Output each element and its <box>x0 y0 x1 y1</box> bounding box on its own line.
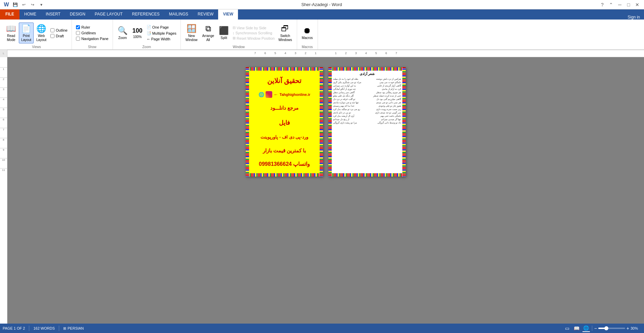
draft-check-input[interactable] <box>50 34 54 38</box>
show-buttons: Ruler Gridlines Navigation Pane <box>75 21 110 45</box>
zoom-options-stack: 📄 One Page 📑 Multiple Pages ↔ Page Width <box>145 24 178 42</box>
minimize-button[interactable]: ─ <box>616 1 624 8</box>
arrow-icon: ← <box>274 92 278 97</box>
v-ruler-mark: 3 <box>0 87 7 98</box>
web-view-status-button[interactable]: 🌐 <box>582 325 590 332</box>
macros-button[interactable]: ⏺ Macros <box>300 25 315 41</box>
v-ruler-mark: 9 <box>0 148 7 158</box>
print-layout-status-button[interactable]: ▭ <box>564 325 571 332</box>
synchronous-scrolling-label: Synchronous Scrolling <box>236 31 272 35</box>
close-button[interactable]: ✕ <box>633 1 641 8</box>
draft-checkbox[interactable]: Draft <box>49 33 69 39</box>
window-buttons: 🪟 New Window ⧉ Arrange All ⬛ Split ⊟ Vie… <box>184 21 294 45</box>
horizontal-ruler: 76543211234567 <box>7 50 644 57</box>
web-layout-label: Web Layout <box>36 34 46 42</box>
ruler-mark: 1 <box>335 51 336 55</box>
ad-title: تحقیق آنلاین <box>267 77 302 85</box>
page-width-button[interactable]: ↔ Page Width <box>145 36 178 42</box>
ribbon-group-zoom: 🔍 Zoom 100 100% 📄 One Page 📑 Multiple Pa… <box>113 20 181 49</box>
switch-windows-icon: 🗗 <box>281 24 289 33</box>
statusbar-right: ▭ 📖 🌐 − + 30% <box>564 325 641 332</box>
zoom-plus-button[interactable]: + <box>627 326 629 331</box>
redo-button[interactable]: ↪ <box>29 1 36 8</box>
zoom-100-button[interactable]: 100 100% <box>130 26 145 40</box>
tab-home[interactable]: HOME <box>19 9 41 20</box>
zoom-thumb[interactable] <box>604 326 608 330</box>
print-layout-button[interactable]: 📄 Print Layout <box>19 23 34 43</box>
one-page-icon: 📄 <box>147 25 151 29</box>
help-button[interactable]: ? <box>598 1 606 8</box>
gridlines-checkbox[interactable]: Gridlines <box>75 30 110 36</box>
v-ruler-mark: 11 <box>0 168 7 178</box>
page-info[interactable]: PAGE 1 OF 2 <box>3 326 25 330</box>
save-button[interactable]: 💾 <box>11 1 19 8</box>
page1-inner: تحقیق آنلاین Tahghighonline.ir ← 🌐 مرجع … <box>249 71 320 173</box>
zoom-minus-button[interactable]: − <box>594 326 597 331</box>
multiple-pages-button[interactable]: 📑 Multiple Pages <box>145 30 178 36</box>
navpane-checkbox[interactable]: Navigation Pane <box>75 36 110 41</box>
word-icon: W <box>3 1 10 8</box>
status-sep-3 <box>592 326 592 331</box>
poem-title: شعر آزادی <box>333 72 401 76</box>
v-ruler-mark: 4 <box>0 98 7 108</box>
navpane-check-input[interactable] <box>76 37 80 41</box>
status-sep-1 <box>29 326 29 331</box>
new-window-button[interactable]: 🪟 New Window <box>184 23 200 43</box>
ruler-mark: 5 <box>375 51 377 55</box>
split-button[interactable]: ⬛ Split <box>217 25 231 41</box>
zoom-level[interactable]: 30% <box>631 326 641 330</box>
zoom-bar[interactable] <box>598 328 625 329</box>
language-info[interactable]: ⊞ PERSIAN <box>63 326 84 331</box>
ruler-label: Ruler <box>81 25 90 29</box>
tab-mailings[interactable]: MAILINGS <box>164 9 193 20</box>
navpane-label: Navigation Pane <box>81 37 109 41</box>
print-layout-label: Print Layout <box>21 34 31 42</box>
reset-window-icon: ⊞ <box>233 36 236 40</box>
read-mode-status-button[interactable]: 📖 <box>573 325 580 332</box>
tab-design[interactable]: DESIGN <box>65 9 90 20</box>
poem-line: می گویی تو چه میدی داریدو پی در دلم باند… <box>333 111 401 114</box>
tab-page-layout[interactable]: PAGE LAYOUT <box>90 9 127 20</box>
word-count[interactable]: 162 WORDS <box>33 326 55 330</box>
web-layout-button[interactable]: 🌐 Web Layout <box>34 23 48 43</box>
content-area[interactable]: تحقیق آنلاین Tahghighonline.ir ← 🌐 مرجع … <box>7 57 644 324</box>
tab-view[interactable]: VIEW <box>218 9 238 20</box>
ribbon-toggle-button[interactable]: ⌃ <box>607 1 615 8</box>
one-page-button[interactable]: 📄 One Page <box>145 24 178 30</box>
show-stack: Ruler Gridlines Navigation Pane <box>75 25 110 41</box>
tab-review[interactable]: REVIEW <box>193 9 218 20</box>
tab-insert[interactable]: INSERT <box>41 9 65 20</box>
synchronous-scrolling-button[interactable]: ↕ Synchronous Scrolling <box>232 31 276 35</box>
outline-check-input[interactable] <box>50 28 54 32</box>
switch-windows-button[interactable]: 🗗 Switch Windows <box>276 23 294 43</box>
ruler-mark: 7 <box>395 51 397 55</box>
zoom-button[interactable]: 🔍 Zoom <box>116 25 130 41</box>
titlebar-controls: ? ⌃ ─ □ ✕ <box>598 1 641 8</box>
restore-button[interactable]: □ <box>625 1 633 8</box>
reset-window-position-button[interactable]: ⊞ Reset Window Position <box>232 36 276 41</box>
page-1: تحقیق آنلاین Tahghighonline.ir ← 🌐 مرجع … <box>246 67 323 177</box>
multiple-pages-label: Multiple Pages <box>152 31 176 35</box>
zoom-slider-area: − + 30% <box>594 326 641 331</box>
tab-file[interactable]: FILE <box>0 9 19 20</box>
ribbon-group-views: 📖 Read Mode 📄 Print Layout 🌐 Web Layout … <box>1 20 72 49</box>
read-mode-button[interactable]: 📖 Read Mode <box>4 23 18 43</box>
undo-button[interactable]: ↩ <box>20 1 28 8</box>
macros-group-label: Macros <box>302 45 313 49</box>
views-buttons: 📖 Read Mode 📄 Print Layout 🌐 Web Layout … <box>4 21 69 45</box>
signin-button[interactable]: Sign in <box>623 15 644 20</box>
page2-border-bottom <box>328 173 406 177</box>
page1-border-left <box>246 67 249 177</box>
arrange-all-button[interactable]: ⧉ Arrange All <box>200 23 216 43</box>
tab-references[interactable]: REFERENCES <box>127 9 164 20</box>
ruler-check-input[interactable] <box>76 25 80 29</box>
gridlines-check-input[interactable] <box>76 31 80 35</box>
poem-line: هرکس از درد دلش نوشتهبقله ای خود را به د… <box>333 78 401 80</box>
ruler-checkbox[interactable]: Ruler <box>75 25 110 30</box>
v-ruler-mark: 10 <box>0 158 7 168</box>
track-changes-icon: ⊞ <box>63 326 66 331</box>
qat-more-button[interactable]: ▾ <box>38 1 45 8</box>
outline-checkbox[interactable]: Outline <box>49 28 69 33</box>
read-mode-icon: 📖 <box>6 24 16 33</box>
view-side-by-side-button[interactable]: ⊟ View Side by Side <box>232 25 276 30</box>
